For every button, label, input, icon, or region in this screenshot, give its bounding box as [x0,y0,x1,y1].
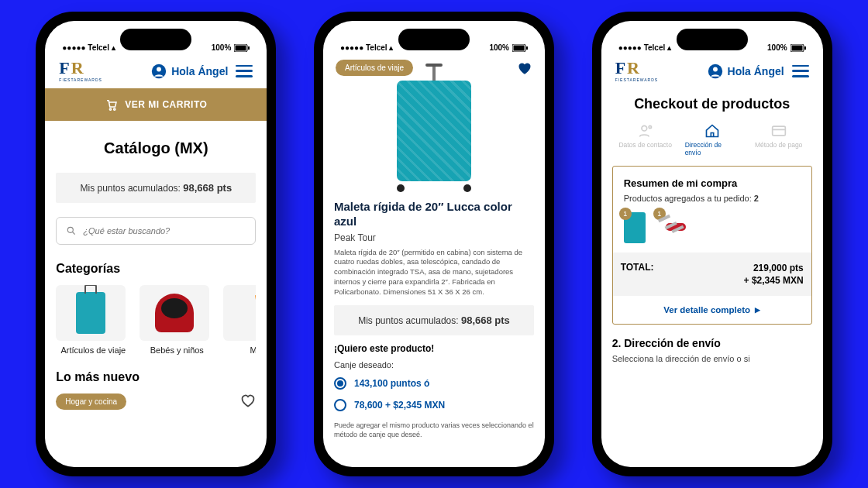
phone-product: ●●●●● Telcel ▴ 100% Artículos de viaje M… [314,12,554,476]
svg-rect-1 [236,46,246,51]
battery-icon [790,43,806,52]
wifi-icon: ▴ [112,43,115,52]
total-row: TOTAL: 219,000 pts + $2,345 MXN [613,253,811,296]
qty-badge: 1 [619,208,632,220]
carrier-label: ●●●●● Telcel ▴ [340,43,393,52]
category-icon [233,288,256,338]
points-summary: Mis puntos acumulados: 98,668 pts [334,305,534,335]
battery-icon [234,43,250,52]
newest-card[interactable]: Hogar y cocina [56,393,256,410]
baby-seat-icon [155,294,194,332]
svg-point-17 [649,125,651,128]
newest-heading: Lo más nuevo [56,370,256,384]
product-description: Maleta rígida de 20″ (permitido en cabin… [334,248,534,297]
order-summary-box: Resumen de mi compra Productos agregados… [612,166,812,325]
redeem-option-mixed[interactable]: 78,600 + $2,345 MXN [334,399,534,411]
logo[interactable]: FR FIESTAREWARDS [615,60,659,82]
svg-rect-12 [791,46,802,51]
redeem-label: Canje deseado: [334,360,534,369]
view-cart-button[interactable]: VER MI CARRITO [45,88,267,121]
search-field[interactable] [56,217,256,245]
redeem-option-points[interactable]: 143,100 puntos ó [334,377,534,390]
svg-point-16 [642,125,647,131]
user-greeting[interactable]: Hola Ángel [708,64,784,79]
svg-rect-18 [772,126,785,136]
summary-item-knife[interactable]: 1 [658,212,691,243]
battery-icon [512,43,528,52]
phone-catalog: ●●●●● Telcel ▴ 100% FR FIESTAREWARDS Hol… [36,12,276,476]
step-shipping[interactable]: Dirección de envío [685,123,739,156]
logo[interactable]: FR FIESTAREWARDS [59,60,102,82]
radio-icon [334,399,346,411]
status-bar: ●●●●● Telcel ▴ 100% [323,21,545,53]
swiss-knife-icon [658,212,691,239]
carrier-label: ●●●●● Telcel ▴ [618,43,671,52]
svg-rect-13 [804,46,806,50]
user-icon [708,64,723,79]
category-travel[interactable]: Artículos de viaje [56,285,130,355]
svg-rect-2 [248,46,250,50]
svg-point-5 [110,108,112,110]
product-image[interactable] [334,81,534,192]
product-brand: Peak Tour [334,232,534,243]
product-tag: Hogar y cocina [56,393,126,410]
svg-point-7 [68,227,74,232]
suitcase-icon [76,292,105,334]
home-icon [704,123,720,139]
category-partial[interactable]: Mone [223,285,256,355]
search-icon [66,225,77,236]
cart-icon [105,98,119,112]
person-icon [638,123,653,139]
menu-button[interactable] [236,65,253,77]
carrier-label: ●●●●● Telcel ▴ [62,43,115,52]
category-row[interactable]: Artículos de viaje Bebés y niños Mone [56,285,256,355]
redeem-note: Puede agregar el mismo producto varias v… [334,421,534,439]
product-title: Maleta rígida de 20″ Lucca color azul [334,200,534,229]
shipping-heading: 2. Dirección de envío [612,337,812,349]
svg-point-15 [713,67,718,71]
brand-sub: FIESTAREWARDS [59,78,102,82]
status-bar: ●●●●● Telcel ▴ 100% [601,21,823,53]
shipping-body: Selecciona la dirección de envío o si [612,354,812,363]
phone-checkout: ●●●●● Telcel ▴ 100% FR FIESTAREWARDS Hol… [592,12,832,476]
svg-rect-10 [526,46,528,50]
svg-point-4 [157,67,161,71]
card-icon [771,123,787,139]
checkout-steps: Datos de contacto Dirección de envío Mét… [612,123,812,156]
summary-heading: Resumen de mi compra [624,177,801,189]
menu-button[interactable] [792,65,809,77]
categories-heading: Categorías [56,262,256,276]
category-baby[interactable]: Bebés y niños [140,285,214,355]
search-input[interactable] [83,226,246,235]
view-detail-link[interactable]: Ver detalle completo [624,305,801,314]
user-icon [151,64,167,79]
step-payment[interactable]: Método de pago [752,123,806,156]
points-summary: Mis puntos acumulados: 98,668 pts [56,173,256,203]
user-greeting[interactable]: Hola Ángel [151,64,228,79]
favorite-button[interactable] [517,61,532,75]
page-title: Catálogo (MX) [56,139,256,157]
summary-item-suitcase[interactable]: 1 [624,212,646,243]
battery-label: 100% [212,43,232,52]
product-category-tag[interactable]: Artículos de viaje [336,60,413,76]
favorite-button[interactable] [240,393,256,407]
svg-point-6 [114,108,115,110]
status-bar: ●●●●● Telcel ▴ 100% [45,21,267,53]
radio-selected-icon [334,377,346,390]
checkout-title: Checkout de productos [612,96,812,112]
step-contact[interactable]: Datos de contacto [618,123,673,156]
want-heading: ¡Quiero este producto! [334,343,534,354]
svg-rect-9 [513,46,524,51]
summary-line: Productos agregados a tu pedido: 2 [624,194,801,203]
